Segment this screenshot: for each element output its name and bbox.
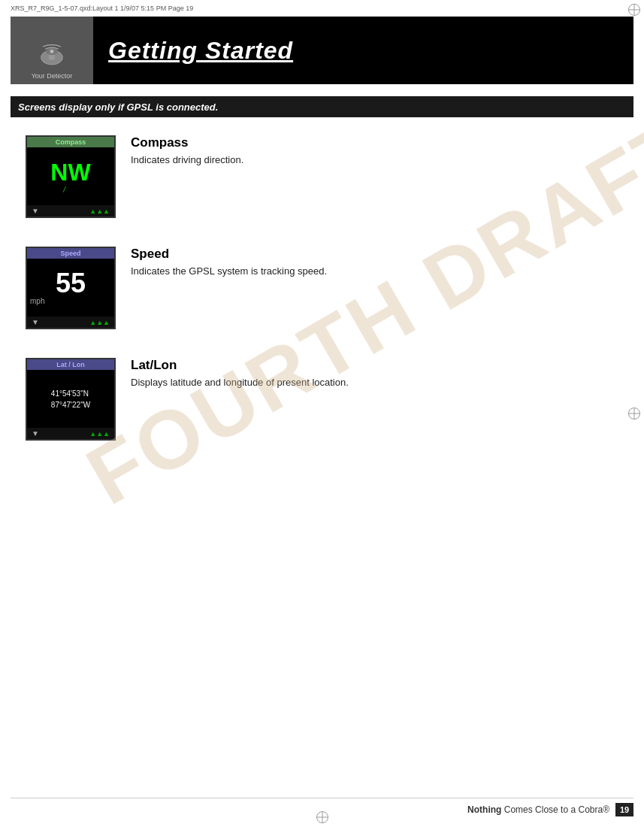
reg-mark-bottom-left [316, 811, 328, 823]
reg-mark-mid-right [628, 407, 640, 420]
compass-feature-row: Compass NW / ▼ ▲▲▲ Compass Indicates dri… [11, 128, 633, 218]
compass-desc: Indicates driving direction. [131, 153, 243, 167]
signal-icon: ▲▲▲ [89, 208, 110, 215]
latlon-line1: 41°54'53"N [51, 388, 90, 399]
speed-unit: mph [30, 297, 44, 305]
speed-title: Speed [131, 247, 327, 262]
latlon-screen-body: 41°54'53"N 87°47'22"W [27, 370, 114, 428]
footer-page-number: 19 [615, 803, 633, 816]
file-info: XRS_R7_R9G_1-5-07.qxd:Layout 1 1/9/07 5:… [11, 5, 193, 12]
speed-screen-label: Speed [27, 248, 114, 259]
gps-notice-bar: Screens display only if GPSL is connecte… [11, 96, 633, 117]
speed-feature-row: Speed 55 mph ▼ ▲▲▲ Speed Indicates the G… [11, 239, 633, 329]
svg-point-3 [50, 50, 54, 53]
compass-feature-text: Compass Indicates driving direction. [131, 128, 243, 167]
latlon-signal-icon: ▲▲▲ [89, 430, 110, 438]
speed-feature-text: Speed Indicates the GPSL system is track… [131, 239, 327, 278]
latlon-value: 41°54'53"N 87°47'22"W [48, 386, 93, 412]
speed-screen: Speed 55 mph ▼ ▲▲▲ [26, 247, 116, 329]
compass-screen-body: NW / [27, 147, 114, 205]
speed-signal-icon: ▲▲▲ [89, 319, 110, 326]
compass-value: NW [50, 160, 90, 184]
latlon-feature-text: Lat/Lon Displays latitude and longitude … [131, 350, 349, 389]
speed-value: 55 [56, 270, 86, 297]
latlon-down-arrow-icon: ▼ [32, 429, 39, 438]
footer-normal-text: Comes Close to a Cobra [504, 804, 603, 815]
svg-text:/: / [63, 185, 66, 193]
top-meta: XRS_R7_R9G_1-5-07.qxd:Layout 1 1/9/07 5:… [11, 5, 621, 12]
compass-screen: Compass NW / ▼ ▲▲▲ [26, 135, 116, 218]
reg-mark-top-right [628, 4, 640, 16]
content-area: Compass NW / ▼ ▲▲▲ Compass Indicates dri… [11, 128, 633, 789]
footer-text: Nothing Comes Close to a Cobra® [467, 804, 609, 815]
page-title: Getting Started [108, 37, 293, 65]
speed-down-arrow-icon: ▼ [32, 318, 39, 326]
header-logo-area: Your Detector [11, 17, 93, 84]
compass-slash-icon: / [63, 184, 78, 193]
latlon-title: Lat/Lon [131, 358, 349, 373]
latlon-line2: 87°47'22"W [51, 399, 90, 410]
speed-desc: Indicates the GPSL system is tracking sp… [131, 265, 327, 278]
detector-icon [37, 41, 67, 71]
gps-notice-text: Screens display only if GPSL is connecte… [18, 101, 218, 113]
speed-screen-body: 55 mph [27, 259, 114, 317]
header-bar: Your Detector Getting Started [11, 17, 633, 84]
latlon-screen-bottom: ▼ ▲▲▲ [27, 428, 114, 439]
down-arrow-icon: ▼ [32, 207, 39, 215]
compass-screen-label: Compass [27, 137, 114, 147]
detector-label: Your Detector [32, 72, 73, 80]
footer-bold-text: Nothing [467, 804, 501, 815]
latlon-screen: Lat / Lon 41°54'53"N 87°47'22"W ▼ ▲▲▲ [26, 358, 116, 441]
footer-trademark: ® [603, 804, 609, 815]
header-title-area: Getting Started [93, 37, 633, 65]
speed-screen-bottom: ▼ ▲▲▲ [27, 317, 114, 328]
latlon-screen-label: Lat / Lon [27, 359, 114, 370]
latlon-feature-row: Lat / Lon 41°54'53"N 87°47'22"W ▼ ▲▲▲ La… [11, 350, 633, 441]
compass-title: Compass [131, 135, 243, 150]
compass-screen-bottom: ▼ ▲▲▲ [27, 205, 114, 217]
latlon-desc: Displays latitude and longitude of prese… [131, 376, 349, 389]
